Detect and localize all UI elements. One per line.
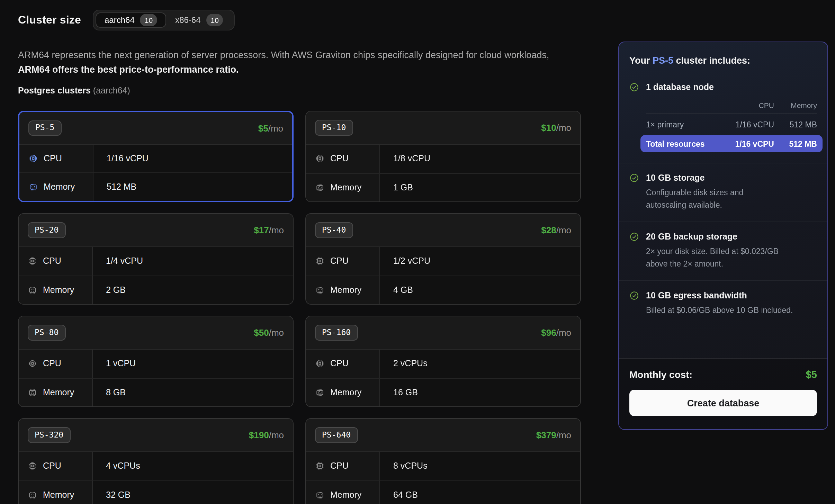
monthly-cost-label: Monthly cost: xyxy=(629,369,692,380)
cpu-value: 8 vCPUs xyxy=(380,452,428,480)
cpu-icon xyxy=(28,256,37,266)
memory-label: Memory xyxy=(43,490,74,500)
memory-value: 16 GB xyxy=(380,378,418,406)
cpu-row: CPU 1/8 vCPU xyxy=(306,145,580,173)
cluster-name-badge: PS-80 xyxy=(28,325,65,341)
cluster-card-ps-5[interactable]: PS-5 $5/mo CPU 1/16 vCPU xyxy=(18,111,294,202)
cpu-row: CPU 1/2 vCPU xyxy=(306,247,580,276)
panel-title-cluster-name: PS-5 xyxy=(653,55,673,66)
cluster-name-badge: PS-640 xyxy=(315,428,358,443)
memory-icon xyxy=(28,490,37,500)
memory-value: 8 GB xyxy=(93,378,126,406)
cluster-grid: PS-5 $5/mo CPU 1/16 vCPU xyxy=(18,111,581,504)
memory-value: 4 GB xyxy=(380,276,413,304)
cpu-icon xyxy=(315,154,325,164)
tab-aarch64[interactable]: aarch64 10 xyxy=(96,12,166,28)
cpu-label: CPU xyxy=(330,461,349,471)
cpu-row: CPU 1/16 vCPU xyxy=(19,145,292,173)
memory-row: Memory 8 GB xyxy=(19,378,293,406)
memory-icon xyxy=(28,388,37,397)
cpu-value: 1/16 vCPU xyxy=(93,145,149,172)
check-circle-icon xyxy=(629,173,639,183)
cpu-value: 1/4 vCPU xyxy=(93,247,143,275)
memory-label: Memory xyxy=(330,388,361,397)
tab-x86-64[interactable]: x86-64 10 xyxy=(166,12,232,28)
cpu-icon xyxy=(315,359,325,369)
cpu-label: CPU xyxy=(330,359,349,369)
feature-item-1: 20 GB backup storage 2× your disk size. … xyxy=(619,222,827,270)
cpu-value: 1 vCPU xyxy=(93,350,136,378)
memory-label: Memory xyxy=(330,285,361,295)
cluster-name-badge: PS-10 xyxy=(315,120,353,136)
create-database-button[interactable]: Create database xyxy=(629,390,817,416)
cpu-icon xyxy=(315,256,325,266)
grid-label-subtitle: (aarch64) xyxy=(93,86,130,96)
price-amount: $17 xyxy=(254,225,269,235)
feature-item-0: 10 GB storage Configurable disk sizes an… xyxy=(619,163,827,211)
feature-desc-line: above the 2× amount. xyxy=(646,258,817,270)
memory-value: 32 GB xyxy=(93,481,131,504)
cluster-card-ps-40[interactable]: PS-40 $28/mo CPU 1/2 vCPU xyxy=(305,213,581,305)
cpu-label: CPU xyxy=(43,359,61,369)
card-header: PS-5 $5/mo xyxy=(19,112,292,145)
panel-footer: Monthly cost: $5 Create database xyxy=(619,358,827,429)
panel-title-prefix: Your xyxy=(629,55,653,66)
total-cpu: 1/16 vCPU xyxy=(720,140,774,148)
database-node-item: 1 database node xyxy=(619,66,827,92)
cluster-name-badge: PS-20 xyxy=(28,223,65,238)
cluster-card-ps-160[interactable]: PS-160 $96/mo CPU 2 vCPUs xyxy=(305,316,581,407)
card-header: PS-20 $17/mo xyxy=(19,214,293,247)
tab-aarch64-label: aarch64 xyxy=(105,15,135,25)
cluster-card-ps-640[interactable]: PS-640 $379/mo CPU 8 vCPUs xyxy=(305,418,581,504)
price-amount: $190 xyxy=(249,430,269,440)
cpu-label: CPU xyxy=(44,154,62,163)
tab-x86-64-label: x86-64 xyxy=(175,15,200,25)
cluster-card-ps-320[interactable]: PS-320 $190/mo CPU 4 vCPUs xyxy=(18,418,294,504)
cpu-icon xyxy=(315,461,325,471)
card-header: PS-640 $379/mo xyxy=(306,419,580,452)
check-circle-icon xyxy=(629,291,639,300)
feature-title: 10 GB storage xyxy=(646,173,705,183)
cluster-price: $28/mo xyxy=(541,225,571,235)
memory-row: Memory 64 GB xyxy=(306,481,580,504)
monthly-cost-value: $5 xyxy=(806,369,817,380)
memory-icon xyxy=(315,183,325,192)
cluster-card-ps-80[interactable]: PS-80 $50/mo CPU 1 vCPU xyxy=(18,316,294,407)
price-period: /mo xyxy=(269,327,284,338)
cluster-summary-panel: Your PS-5 cluster includes: 1 database n… xyxy=(618,42,828,430)
page-title: Cluster size xyxy=(18,14,81,26)
price-period: /mo xyxy=(268,123,283,133)
memory-row: Memory 1 GB xyxy=(306,173,580,201)
check-circle-icon xyxy=(629,82,639,92)
arm64-description: ARM64 represents the next generation of … xyxy=(18,47,566,77)
memory-value: 2 GB xyxy=(93,276,126,304)
cpu-label: CPU xyxy=(330,154,349,164)
cluster-price: $10/mo xyxy=(541,123,571,133)
cpu-value: 1/2 vCPU xyxy=(380,247,430,275)
resources-table-header: CPU Memory xyxy=(646,99,817,111)
cluster-card-ps-10[interactable]: PS-10 $10/mo CPU 1/8 vCPU xyxy=(305,111,581,202)
total-name: Total resources xyxy=(646,140,720,148)
cluster-name-badge: PS-160 xyxy=(315,325,358,341)
feature-item-2: 10 GB egress bandwidth Billed at $0.06/G… xyxy=(619,281,827,316)
cpu-value: 1/8 vCPU xyxy=(380,145,430,173)
card-header: PS-160 $96/mo xyxy=(306,316,580,350)
cpu-value: 4 vCPUs xyxy=(93,452,140,480)
cluster-price: $50/mo xyxy=(254,327,284,338)
cluster-card-ps-20[interactable]: PS-20 $17/mo CPU 1/4 vCPU xyxy=(18,213,294,305)
tab-aarch64-count-badge: 10 xyxy=(140,14,157,26)
memory-label: Memory xyxy=(330,183,361,192)
memory-row: Memory 2 GB xyxy=(19,276,293,304)
feature-desc-line: 2× your disk size. Billed at $0.023/GB xyxy=(646,245,817,258)
price-period: /mo xyxy=(556,123,571,133)
memory-icon xyxy=(28,182,38,192)
cluster-price: $96/mo xyxy=(541,327,571,338)
cpu-row: CPU 4 vCPUs xyxy=(19,452,293,481)
cpu-icon xyxy=(28,359,37,369)
card-header: PS-40 $28/mo xyxy=(306,214,580,247)
memory-label: Memory xyxy=(43,285,74,295)
price-amount: $10 xyxy=(541,123,556,133)
cpu-icon xyxy=(28,461,37,471)
cpu-label: CPU xyxy=(43,256,61,266)
price-period: /mo xyxy=(556,430,571,440)
